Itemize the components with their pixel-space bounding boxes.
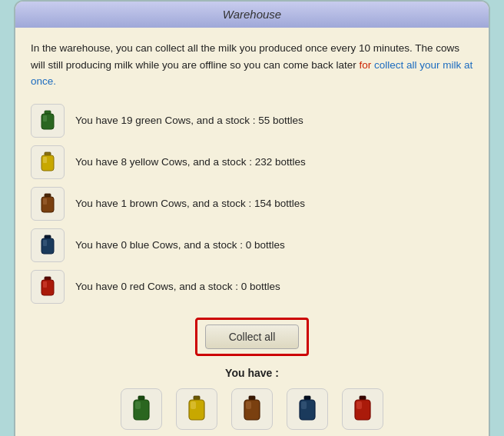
bottle-svg-red xyxy=(352,395,373,423)
you-have-label: You have : xyxy=(31,367,473,379)
svg-rect-2 xyxy=(43,115,47,121)
highlight-collect: collect all your milk at once. xyxy=(31,59,472,88)
jar-svg-red xyxy=(39,276,56,298)
bottle-svg-brown xyxy=(241,395,263,423)
highlight-for: for xyxy=(359,59,371,71)
cow-text-green: You have 19 green Cows, and a stock : 55… xyxy=(75,115,303,126)
svg-rect-14 xyxy=(43,281,47,288)
jar-svg-brown xyxy=(39,193,56,215)
cow-icon-red xyxy=(31,270,65,304)
svg-rect-8 xyxy=(43,198,47,205)
svg-rect-18 xyxy=(194,396,200,400)
cow-row-red: You have 0 red Cows, and a stock : 0 bot… xyxy=(31,270,473,304)
svg-rect-0 xyxy=(45,111,51,114)
collect-all-button[interactable]: Collect all xyxy=(205,325,300,349)
svg-rect-17 xyxy=(135,401,141,409)
svg-rect-23 xyxy=(246,401,251,409)
bottles-row: 689 2899 xyxy=(31,388,473,436)
bottle-item-red: 0 xyxy=(342,388,383,436)
jar-svg-blue xyxy=(39,235,56,256)
svg-rect-27 xyxy=(360,396,366,400)
bottle-item-green: 689 xyxy=(121,388,162,436)
svg-rect-5 xyxy=(43,157,47,163)
title-bar: Warehouse xyxy=(15,2,489,28)
bottle-icon-brown xyxy=(231,388,273,430)
cow-text-blue: You have 0 blue Cows, and a stock : 0 bo… xyxy=(75,239,285,251)
jar-svg-green xyxy=(39,110,56,131)
cow-icon-brown xyxy=(31,187,65,221)
svg-rect-26 xyxy=(301,401,307,409)
cow-row-blue: You have 0 blue Cows, and a stock : 0 bo… xyxy=(31,228,473,262)
bottle-item-blue: 0 xyxy=(287,388,328,436)
svg-rect-3 xyxy=(45,152,51,155)
bottle-svg-yellow xyxy=(186,395,207,423)
svg-rect-24 xyxy=(304,396,310,400)
warehouse-window: Warehouse In the warehouse, you can coll… xyxy=(14,0,490,436)
window-title: Warehouse xyxy=(223,8,281,21)
cow-icon-blue xyxy=(31,228,65,262)
cow-row-brown: You have 1 brown Cows, and a stock : 154… xyxy=(31,187,473,221)
bottle-icon-yellow xyxy=(176,388,217,430)
cow-text-yellow: You have 8 yellow Cows, and a stock : 23… xyxy=(75,156,306,168)
svg-rect-9 xyxy=(45,235,51,238)
svg-rect-20 xyxy=(191,401,196,409)
main-content: In the warehouse, you can collect all th… xyxy=(15,40,489,436)
svg-rect-21 xyxy=(249,396,255,400)
collect-highlight-border: Collect all xyxy=(195,318,310,356)
cow-icon-green xyxy=(31,104,65,138)
svg-rect-15 xyxy=(138,396,144,400)
description-text: In the warehouse, you can collect all th… xyxy=(31,40,473,90)
cow-row-green: You have 19 green Cows, and a stock : 55… xyxy=(31,104,473,138)
cow-row-yellow: You have 8 yellow Cows, and a stock : 23… xyxy=(31,145,473,179)
cow-text-brown: You have 1 brown Cows, and a stock : 154… xyxy=(75,198,305,209)
cow-text-red: You have 0 red Cows, and a stock : 0 bot… xyxy=(75,281,280,292)
jar-svg-yellow xyxy=(39,151,56,173)
svg-rect-6 xyxy=(45,194,51,197)
bottle-icon-green xyxy=(121,388,162,430)
bottle-item-brown: 1915 xyxy=(231,388,273,436)
collect-section: Collect all xyxy=(31,318,473,356)
bottle-icon-red xyxy=(342,388,383,430)
svg-rect-11 xyxy=(43,240,47,246)
bottle-icon-blue xyxy=(287,388,328,430)
bottle-svg-green xyxy=(131,395,152,423)
bottle-svg-blue xyxy=(297,395,318,423)
svg-rect-29 xyxy=(356,401,362,409)
bottle-item-yellow: 2899 xyxy=(176,388,217,436)
svg-rect-12 xyxy=(45,277,51,280)
cow-icon-yellow xyxy=(31,145,65,179)
